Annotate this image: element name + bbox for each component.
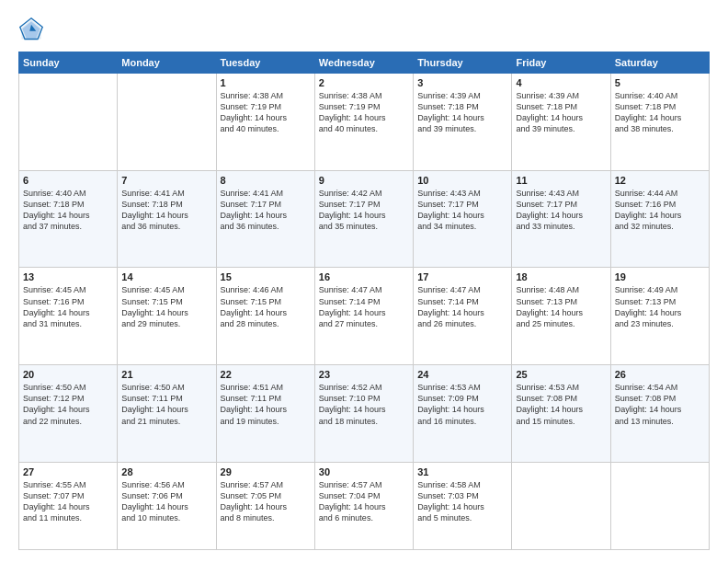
day-number: 21 bbox=[121, 369, 211, 380]
day-number: 16 bbox=[319, 271, 409, 282]
logo-icon bbox=[18, 17, 44, 42]
day-number: 31 bbox=[417, 466, 507, 477]
day-number: 13 bbox=[23, 271, 113, 282]
calendar-cell: 12Sunrise: 4:44 AM Sunset: 7:16 PM Dayli… bbox=[610, 170, 709, 268]
day-info: Sunrise: 4:41 AM Sunset: 7:18 PM Dayligh… bbox=[121, 188, 211, 233]
weekday-header-sunday: Sunday bbox=[19, 52, 118, 74]
calendar-cell: 10Sunrise: 4:43 AM Sunset: 7:17 PM Dayli… bbox=[414, 170, 512, 268]
calendar-cell: 11Sunrise: 4:43 AM Sunset: 7:17 PM Dayli… bbox=[512, 170, 610, 268]
day-info: Sunrise: 4:43 AM Sunset: 7:17 PM Dayligh… bbox=[516, 188, 606, 233]
calendar-week-row: 13Sunrise: 4:45 AM Sunset: 7:16 PM Dayli… bbox=[19, 268, 710, 365]
day-number: 28 bbox=[121, 466, 211, 477]
logo bbox=[18, 17, 48, 42]
day-number: 6 bbox=[23, 175, 113, 186]
day-number: 12 bbox=[615, 175, 705, 186]
day-number: 18 bbox=[516, 271, 606, 282]
calendar-table: SundayMondayTuesdayWednesdayThursdayFrid… bbox=[18, 52, 710, 550]
calendar-cell: 7Sunrise: 4:41 AM Sunset: 7:18 PM Daylig… bbox=[118, 170, 216, 268]
calendar-cell: 2Sunrise: 4:38 AM Sunset: 7:19 PM Daylig… bbox=[314, 74, 413, 171]
day-number: 19 bbox=[615, 271, 705, 282]
calendar-cell: 24Sunrise: 4:53 AM Sunset: 7:09 PM Dayli… bbox=[414, 365, 512, 463]
day-number: 4 bbox=[516, 77, 606, 88]
calendar-cell: 31Sunrise: 4:58 AM Sunset: 7:03 PM Dayli… bbox=[414, 462, 512, 549]
calendar-cell: 22Sunrise: 4:51 AM Sunset: 7:11 PM Dayli… bbox=[216, 365, 314, 463]
day-number: 8 bbox=[221, 175, 311, 186]
day-number: 17 bbox=[417, 271, 507, 282]
calendar-week-row: 6Sunrise: 4:40 AM Sunset: 7:18 PM Daylig… bbox=[19, 170, 710, 268]
day-number: 20 bbox=[23, 369, 113, 380]
calendar-cell: 1Sunrise: 4:38 AM Sunset: 7:19 PM Daylig… bbox=[216, 74, 314, 171]
day-number: 27 bbox=[23, 466, 113, 477]
day-number: 11 bbox=[516, 175, 606, 186]
day-number: 25 bbox=[516, 369, 606, 380]
day-info: Sunrise: 4:52 AM Sunset: 7:10 PM Dayligh… bbox=[319, 382, 409, 427]
day-info: Sunrise: 4:55 AM Sunset: 7:07 PM Dayligh… bbox=[23, 479, 113, 524]
calendar-cell bbox=[512, 462, 610, 549]
day-info: Sunrise: 4:57 AM Sunset: 7:04 PM Dayligh… bbox=[319, 479, 409, 524]
day-info: Sunrise: 4:46 AM Sunset: 7:15 PM Dayligh… bbox=[221, 284, 311, 329]
calendar-cell bbox=[19, 74, 118, 171]
day-info: Sunrise: 4:50 AM Sunset: 7:11 PM Dayligh… bbox=[121, 382, 211, 427]
calendar-cell: 25Sunrise: 4:53 AM Sunset: 7:08 PM Dayli… bbox=[512, 365, 610, 463]
calendar-cell bbox=[610, 462, 709, 549]
day-info: Sunrise: 4:40 AM Sunset: 7:18 PM Dayligh… bbox=[615, 90, 705, 135]
day-info: Sunrise: 4:42 AM Sunset: 7:17 PM Dayligh… bbox=[319, 188, 409, 233]
day-info: Sunrise: 4:54 AM Sunset: 7:08 PM Dayligh… bbox=[615, 382, 705, 427]
calendar-cell: 28Sunrise: 4:56 AM Sunset: 7:06 PM Dayli… bbox=[118, 462, 216, 549]
calendar-cell: 23Sunrise: 4:52 AM Sunset: 7:10 PM Dayli… bbox=[314, 365, 413, 463]
weekday-header-row: SundayMondayTuesdayWednesdayThursdayFrid… bbox=[19, 52, 710, 74]
day-number: 23 bbox=[319, 369, 409, 380]
calendar-cell: 18Sunrise: 4:48 AM Sunset: 7:13 PM Dayli… bbox=[512, 268, 610, 365]
day-number: 2 bbox=[319, 77, 409, 88]
calendar-cell: 16Sunrise: 4:47 AM Sunset: 7:14 PM Dayli… bbox=[314, 268, 413, 365]
calendar-cell: 6Sunrise: 4:40 AM Sunset: 7:18 PM Daylig… bbox=[19, 170, 118, 268]
day-number: 9 bbox=[319, 175, 409, 186]
day-info: Sunrise: 4:40 AM Sunset: 7:18 PM Dayligh… bbox=[23, 188, 113, 233]
day-info: Sunrise: 4:48 AM Sunset: 7:13 PM Dayligh… bbox=[516, 284, 606, 329]
calendar-cell: 4Sunrise: 4:39 AM Sunset: 7:18 PM Daylig… bbox=[512, 74, 610, 171]
weekday-header-thursday: Thursday bbox=[414, 52, 512, 74]
calendar-cell: 13Sunrise: 4:45 AM Sunset: 7:16 PM Dayli… bbox=[19, 268, 118, 365]
weekday-header-saturday: Saturday bbox=[610, 52, 709, 74]
weekday-header-tuesday: Tuesday bbox=[216, 52, 314, 74]
day-info: Sunrise: 4:38 AM Sunset: 7:19 PM Dayligh… bbox=[221, 90, 311, 135]
weekday-header-monday: Monday bbox=[118, 52, 216, 74]
day-info: Sunrise: 4:50 AM Sunset: 7:12 PM Dayligh… bbox=[23, 382, 113, 427]
day-number: 3 bbox=[417, 77, 507, 88]
day-info: Sunrise: 4:57 AM Sunset: 7:05 PM Dayligh… bbox=[221, 479, 311, 524]
day-info: Sunrise: 4:41 AM Sunset: 7:17 PM Dayligh… bbox=[221, 188, 311, 233]
day-info: Sunrise: 4:43 AM Sunset: 7:17 PM Dayligh… bbox=[417, 188, 507, 233]
header bbox=[18, 17, 710, 42]
day-info: Sunrise: 4:47 AM Sunset: 7:14 PM Dayligh… bbox=[417, 284, 507, 329]
calendar-week-row: 20Sunrise: 4:50 AM Sunset: 7:12 PM Dayli… bbox=[19, 365, 710, 463]
calendar-cell: 27Sunrise: 4:55 AM Sunset: 7:07 PM Dayli… bbox=[19, 462, 118, 549]
calendar-cell: 15Sunrise: 4:46 AM Sunset: 7:15 PM Dayli… bbox=[216, 268, 314, 365]
calendar-cell: 21Sunrise: 4:50 AM Sunset: 7:11 PM Dayli… bbox=[118, 365, 216, 463]
day-info: Sunrise: 4:58 AM Sunset: 7:03 PM Dayligh… bbox=[417, 479, 507, 524]
day-info: Sunrise: 4:45 AM Sunset: 7:16 PM Dayligh… bbox=[23, 284, 113, 329]
day-info: Sunrise: 4:45 AM Sunset: 7:15 PM Dayligh… bbox=[121, 284, 211, 329]
day-info: Sunrise: 4:39 AM Sunset: 7:18 PM Dayligh… bbox=[417, 90, 507, 135]
day-number: 7 bbox=[121, 175, 211, 186]
calendar-cell: 17Sunrise: 4:47 AM Sunset: 7:14 PM Dayli… bbox=[414, 268, 512, 365]
calendar-cell: 5Sunrise: 4:40 AM Sunset: 7:18 PM Daylig… bbox=[610, 74, 709, 171]
day-info: Sunrise: 4:49 AM Sunset: 7:13 PM Dayligh… bbox=[615, 284, 705, 329]
day-info: Sunrise: 4:53 AM Sunset: 7:08 PM Dayligh… bbox=[516, 382, 606, 427]
day-number: 15 bbox=[221, 271, 311, 282]
calendar-cell: 3Sunrise: 4:39 AM Sunset: 7:18 PM Daylig… bbox=[414, 74, 512, 171]
calendar-cell bbox=[118, 74, 216, 171]
day-info: Sunrise: 4:51 AM Sunset: 7:11 PM Dayligh… bbox=[221, 382, 311, 427]
page: SundayMondayTuesdayWednesdayThursdayFrid… bbox=[0, 0, 728, 563]
day-number: 5 bbox=[615, 77, 705, 88]
day-info: Sunrise: 4:56 AM Sunset: 7:06 PM Dayligh… bbox=[121, 479, 211, 524]
calendar-cell: 14Sunrise: 4:45 AM Sunset: 7:15 PM Dayli… bbox=[118, 268, 216, 365]
calendar-cell: 8Sunrise: 4:41 AM Sunset: 7:17 PM Daylig… bbox=[216, 170, 314, 268]
calendar-cell: 30Sunrise: 4:57 AM Sunset: 7:04 PM Dayli… bbox=[314, 462, 413, 549]
weekday-header-friday: Friday bbox=[512, 52, 610, 74]
calendar-cell: 29Sunrise: 4:57 AM Sunset: 7:05 PM Dayli… bbox=[216, 462, 314, 549]
day-number: 10 bbox=[417, 175, 507, 186]
day-number: 30 bbox=[319, 466, 409, 477]
calendar-cell: 20Sunrise: 4:50 AM Sunset: 7:12 PM Dayli… bbox=[19, 365, 118, 463]
day-info: Sunrise: 4:38 AM Sunset: 7:19 PM Dayligh… bbox=[319, 90, 409, 135]
day-info: Sunrise: 4:47 AM Sunset: 7:14 PM Dayligh… bbox=[319, 284, 409, 329]
